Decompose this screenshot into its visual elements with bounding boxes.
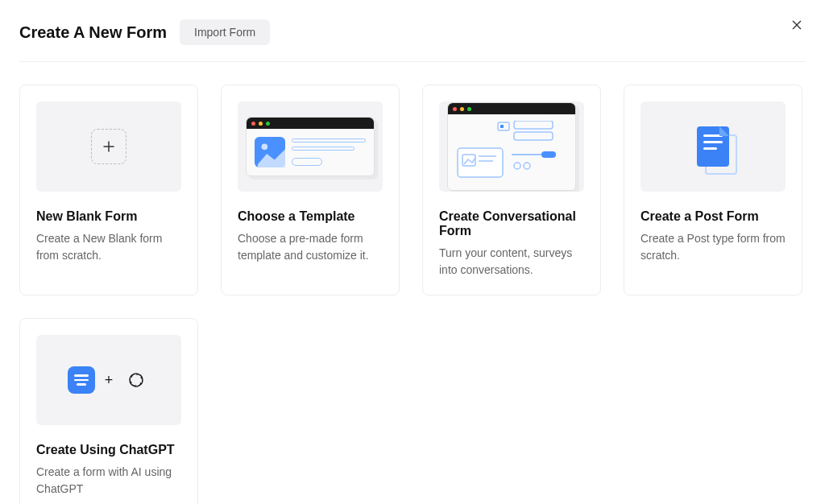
card-title: New Blank Form xyxy=(36,209,181,224)
card-create-using-chatgpt[interactable]: + xyxy=(19,318,198,504)
svg-rect-9 xyxy=(514,132,553,140)
card-description: Choose a pre-made form template and cust… xyxy=(238,230,383,264)
card-preview xyxy=(36,101,181,192)
plus-icon xyxy=(102,139,116,154)
svg-point-16 xyxy=(514,163,520,169)
card-title: Create Conversational Form xyxy=(439,209,584,238)
card-choose-template[interactable]: Choose a Template Choose a pre-made form… xyxy=(221,85,400,295)
card-description: Create a Post type form from scratch. xyxy=(641,230,786,264)
card-description: Turn your content, surveys into conversa… xyxy=(439,245,584,279)
svg-point-17 xyxy=(524,163,530,169)
app-plus-gpt-icon: + xyxy=(68,366,151,394)
close-icon xyxy=(790,19,803,31)
card-description: Create a New Blank form from scratch. xyxy=(36,230,181,264)
modal-header: Create A New Form Import Form xyxy=(19,19,806,62)
card-conversational-form[interactable]: Create Conversational Form Turn your con… xyxy=(422,85,601,295)
card-preview: + xyxy=(36,335,181,425)
card-grid: New Blank Form Create a New Blank form f… xyxy=(19,85,806,504)
chatgpt-icon xyxy=(122,366,150,394)
card-title: Create Using ChatGPT xyxy=(36,443,181,457)
page-title: Create A New Form xyxy=(19,23,167,42)
card-post-form[interactable]: Create a Post Form Create a Post type fo… xyxy=(624,85,802,295)
card-title: Choose a Template xyxy=(238,209,383,224)
card-description: Create a form with AI using ChatGPT xyxy=(36,464,181,498)
svg-rect-8 xyxy=(514,121,553,129)
conversation-layout-icon xyxy=(456,121,569,179)
card-title: Create a Post Form xyxy=(641,209,786,224)
close-button[interactable] xyxy=(786,14,807,35)
svg-rect-10 xyxy=(458,148,503,177)
image-icon xyxy=(255,137,285,167)
card-new-blank-form[interactable]: New Blank Form Create a New Blank form f… xyxy=(19,85,198,295)
svg-rect-7 xyxy=(500,125,504,128)
plus-icon-box xyxy=(91,129,126,164)
svg-point-5 xyxy=(262,144,268,151)
svg-rect-15 xyxy=(541,151,556,158)
card-preview xyxy=(238,101,383,192)
import-form-button[interactable]: Import Form xyxy=(180,19,270,45)
modal-container: Create A New Form Import Form New Blank … xyxy=(0,0,825,504)
browser-mockup-icon xyxy=(447,102,576,191)
card-preview xyxy=(439,101,584,192)
document-icon xyxy=(697,126,729,167)
browser-mockup-icon xyxy=(246,117,375,176)
form-app-icon xyxy=(68,366,95,394)
card-preview xyxy=(641,101,786,192)
plus-icon: + xyxy=(105,372,114,389)
